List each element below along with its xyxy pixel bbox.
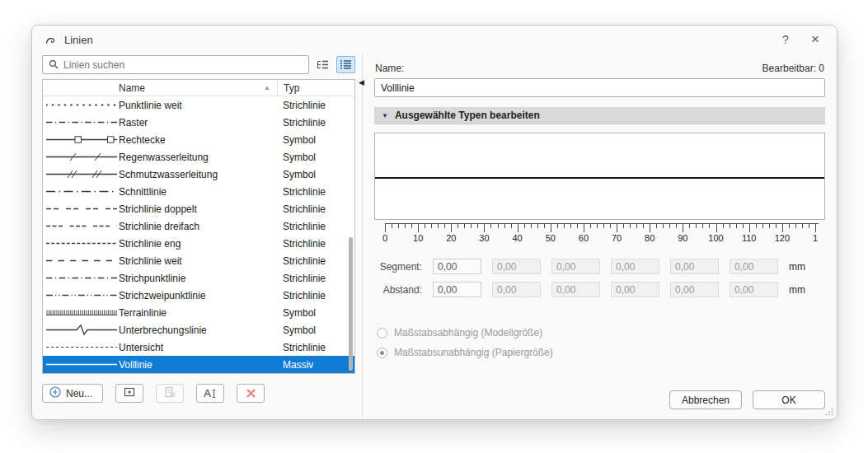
list-item[interactable]: Punktlinie weitStrichlinie <box>43 96 354 114</box>
line-pattern-icon <box>43 325 119 335</box>
sort-ascending-icon: ▲ <box>264 84 270 91</box>
list-header: Name ▲ Typ <box>43 80 354 96</box>
line-type: Symbol <box>277 325 354 336</box>
abstand-value-2[interactable] <box>492 282 541 297</box>
collapse-panel-arrow[interactable]: ◀ <box>359 78 364 86</box>
line-pattern-icon <box>43 273 119 283</box>
line-name: Punktlinie weit <box>119 100 277 111</box>
line-name-input[interactable] <box>374 78 825 97</box>
radio-label: Maßstabsabhängig (Modellgröße) <box>394 327 542 339</box>
list-item[interactable]: TerrainlinieSymbol <box>43 304 354 321</box>
help-button[interactable]: ? <box>772 30 799 49</box>
abstand-value-3[interactable] <box>551 282 600 297</box>
radio-label: Maßstabsunabhängig (Papiergröße) <box>394 347 553 358</box>
search-input[interactable] <box>63 59 303 71</box>
abstand-value-6[interactable] <box>730 282 778 297</box>
ruler-label: 90 <box>678 233 687 243</box>
abstand-value-1[interactable] <box>433 282 481 297</box>
line-type: Strichlinie <box>277 238 354 250</box>
segment-value-1[interactable] <box>433 259 481 274</box>
list-view-button[interactable] <box>336 56 355 73</box>
line-name: Unterbrechungslinie <box>119 325 277 336</box>
list-item[interactable]: Strichlinie engStrichlinie <box>43 235 354 252</box>
line-pattern-icon <box>43 359 119 370</box>
ruler-label: 120 <box>775 233 790 243</box>
radio-icon <box>377 348 387 358</box>
resize-grip[interactable] <box>825 408 833 416</box>
column-header-name[interactable]: Name ▲ <box>119 82 277 94</box>
line-type: Strichlinie <box>277 255 354 267</box>
segment-value-3[interactable] <box>551 259 600 274</box>
line-type: Strichlinie <box>277 203 354 215</box>
line-name: Untersicht <box>119 342 277 353</box>
line-pattern-icon <box>43 255 119 266</box>
scale-radios: Maßstabsabhängig (Modellgröße)Maßstabsun… <box>374 327 825 358</box>
radio-scale-option-2[interactable]: Maßstabsunabhängig (Papiergröße) <box>377 347 825 358</box>
duplicate-button[interactable] <box>115 384 143 403</box>
ruler-label: 10 <box>413 233 423 243</box>
column-header-type[interactable]: Typ <box>277 80 354 96</box>
scrollbar-thumb[interactable] <box>349 237 353 371</box>
rename-text-icon: A <box>204 387 211 399</box>
abstand-value-4[interactable] <box>611 282 659 297</box>
line-pattern-icon <box>43 342 119 353</box>
titlebar: Linien ? × <box>32 26 837 54</box>
radio-scale-option-1[interactable]: Maßstabsabhängig (Modellgröße) <box>377 327 825 339</box>
line-name: Rechtecke <box>119 134 277 146</box>
list-item[interactable]: UnterbrechungslinieSymbol <box>43 321 354 339</box>
unit-label: mm <box>789 261 805 273</box>
linien-dialog: Linien ? × ◀ <box>31 25 838 420</box>
list-scrollbar[interactable] <box>349 97 353 371</box>
segment-row: Segment:mm <box>374 259 825 274</box>
line-name: Schnittlinie <box>119 186 277 198</box>
ruler-label: 1 <box>813 233 818 243</box>
line-pattern-icon <box>43 186 119 197</box>
list-item[interactable]: Strichlinie dreifachStrichlinie <box>43 217 354 235</box>
list-item[interactable]: SchmutzwasserleitungSymbol <box>43 166 354 183</box>
list-item[interactable]: UntersichtStrichlinie <box>43 339 354 356</box>
list-item[interactable]: RegenwasserleitungSymbol <box>43 148 354 166</box>
ruler-label: 50 <box>546 233 556 243</box>
list-item[interactable]: RechteckeSymbol <box>43 131 354 148</box>
section-header-edit-types[interactable]: ▼ Ausgewählte Typen bearbeiten <box>374 107 825 124</box>
list-item[interactable]: RasterStrichlinie <box>43 114 354 131</box>
delete-button[interactable] <box>237 384 265 403</box>
list-item[interactable]: StrichpunktlinieStrichlinie <box>43 269 354 287</box>
list-toolbar: Neu... A <box>42 384 355 403</box>
line-type: Strichlinie <box>277 117 354 128</box>
line-name: Strichlinie weit <box>119 255 277 267</box>
segment-value-4[interactable] <box>611 259 659 274</box>
line-type: Strichlinie <box>277 290 354 301</box>
line-pattern-icon <box>43 117 119 128</box>
line-name: Volllinie <box>119 359 277 371</box>
line-type: Symbol <box>277 307 354 319</box>
line-type: Strichlinie <box>277 186 354 198</box>
search-icon <box>49 58 59 72</box>
line-name: Schmutzwasserleitung <box>119 169 277 180</box>
line-type: Massiv <box>277 359 354 371</box>
segment-value-2[interactable] <box>492 259 541 274</box>
segment-value-5[interactable] <box>670 259 719 274</box>
list-item[interactable]: VolllinieMassiv <box>43 356 354 373</box>
line-pattern-icon <box>43 221 119 231</box>
plus-circle-icon <box>49 386 61 400</box>
list-item[interactable]: Strichlinie weitStrichlinie <box>43 252 354 269</box>
tree-view-button[interactable] <box>313 56 332 73</box>
list-item[interactable]: Strichlinie doppeltStrichlinie <box>43 200 354 217</box>
abstand-value-5[interactable] <box>670 282 719 297</box>
segment-value-6[interactable] <box>730 259 778 274</box>
rename-button[interactable]: A <box>196 384 224 403</box>
dialog-footer: Abbrechen OK <box>374 382 825 409</box>
search-box[interactable] <box>42 55 309 74</box>
segment-rows: Segment:mmAbstand:mm <box>374 251 825 297</box>
close-icon[interactable]: × <box>802 30 828 49</box>
cancel-button[interactable]: Abbrechen <box>669 390 742 409</box>
list-item[interactable]: StrichzweipunktlinieStrichlinie <box>43 287 354 304</box>
line-name: Strichlinie doppelt <box>119 203 277 215</box>
settings-button[interactable] <box>156 384 184 403</box>
ok-button[interactable]: OK <box>753 390 825 409</box>
chevron-down-icon: ▼ <box>382 112 388 119</box>
new-button[interactable]: Neu... <box>42 384 103 403</box>
list-item[interactable]: SchnittlinieStrichlinie <box>43 183 354 200</box>
ruler-label: 110 <box>742 233 757 243</box>
